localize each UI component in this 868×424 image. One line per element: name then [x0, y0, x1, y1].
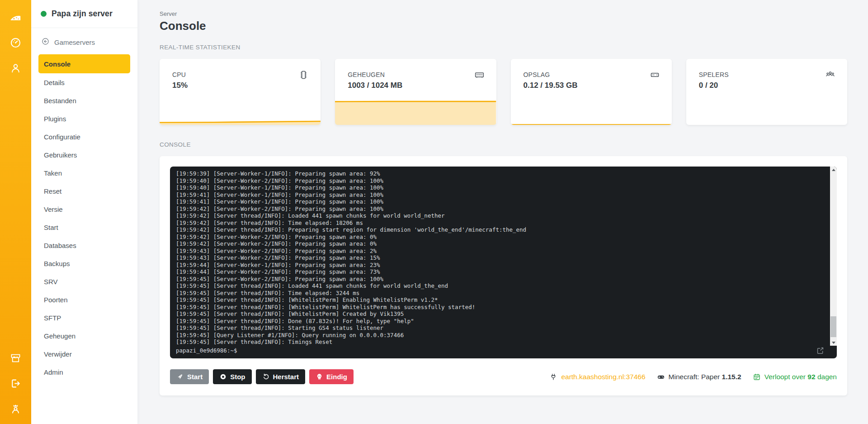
stat-label: OPSLAG: [524, 71, 659, 78]
console-command-input[interactable]: papazi_0e9d6986:~$: [170, 346, 837, 358]
console-panel: [19:59:39] [Server-Worker-1/INFO]: Prepa…: [160, 156, 847, 395]
server-name: Papa zijn server: [52, 9, 113, 19]
cpu-chip-icon: [298, 70, 309, 80]
log-line: [19:59:44] [Server-Worker-2/INFO]: Prepa…: [176, 268, 823, 276]
log-line: [19:59:42] [Server-Worker-2/INFO]: Prepa…: [176, 240, 823, 248]
calendar-icon: [753, 373, 761, 381]
logout-icon[interactable]: [9, 377, 22, 390]
log-line: [19:59:45] [Server thread/INFO]: [Whitel…: [176, 304, 823, 311]
sidebar-item-databases[interactable]: Databases: [38, 236, 130, 254]
rocket-icon: [176, 373, 184, 381]
sidebar-item-details[interactable]: Details: [38, 73, 130, 91]
sidebar-item-verwijder[interactable]: Verwijder: [38, 345, 130, 363]
log-line: [19:59:43] [Server-Worker-2/INFO]: Prepa…: [176, 254, 823, 262]
sidebar: Papa zijn server Gameservers ConsoleDeta…: [31, 0, 137, 424]
sidebar-item-start[interactable]: Start: [38, 218, 130, 236]
sidebar-item-plugins[interactable]: Plugins: [38, 110, 130, 128]
status-text: Minecraft: Paper 1.15.2: [669, 373, 741, 381]
server-address-status[interactable]: earth.kaashosting.nl:37466: [549, 373, 645, 381]
console-section-label: CONSOLE: [160, 141, 847, 148]
button-label: Eindig: [326, 373, 347, 381]
stat-label: SPELERS: [699, 71, 835, 78]
sidebar-item-versie[interactable]: Versie: [38, 200, 130, 218]
log-line: [19:59:42] [Server thread/INFO]: Loaded …: [176, 212, 823, 219]
expiry-status: Verloopt over 92 dagen: [753, 373, 837, 381]
icon-rail: [0, 0, 31, 424]
cheese-logo-icon[interactable]: [9, 11, 22, 24]
stat-label: CPU: [172, 71, 308, 78]
status-text: earth.kaashosting.nl:37466: [561, 373, 645, 381]
sidebar-item-console[interactable]: Console: [38, 54, 130, 73]
admin-users-icon[interactable]: [9, 402, 22, 415]
button-label: Start: [187, 373, 203, 381]
sidebar-item-admin[interactable]: Admin: [38, 363, 130, 381]
log-line: [19:59:39] [Server-Worker-1/INFO]: Prepa…: [176, 170, 823, 177]
stop-circle-icon: [219, 373, 227, 381]
sidebar-item-reset[interactable]: Reset: [38, 182, 130, 200]
server-status-dot: [41, 11, 47, 17]
dashboard-icon[interactable]: [9, 36, 22, 49]
page-title: Console: [160, 19, 847, 33]
sidebar-item-backups[interactable]: Backups: [38, 254, 130, 272]
stop-button[interactable]: Stop: [213, 369, 251, 384]
stat-card-opslag: OPSLAG0.12 / 19.53 GB: [511, 59, 672, 125]
log-line: [19:59:40] [Server-Worker-1/INFO]: Prepa…: [176, 184, 823, 191]
log-line: [19:59:45] [Query Listener #1/INFO]: Que…: [176, 332, 823, 339]
game-version-status: Minecraft: Paper 1.15.2: [657, 373, 741, 381]
sidebar-item-bestanden[interactable]: Bestanden: [38, 91, 130, 110]
button-label: Stop: [230, 373, 245, 381]
sidebar-menu: ConsoleDetailsBestandenPluginsConfigurat…: [31, 54, 137, 381]
sidebar-item-taken[interactable]: Taken: [38, 164, 130, 182]
log-line: [19:59:45] [Server thread/INFO]: [Whitel…: [176, 310, 823, 318]
expand-console-icon[interactable]: [816, 346, 825, 355]
terminal-scrollbar[interactable]: [830, 167, 837, 346]
scrollbar-down-arrow-icon[interactable]: [830, 339, 837, 346]
log-line: [19:59:43] [Server-Worker-2/INFO]: Prepa…: [176, 248, 823, 255]
sidebar-item-srv[interactable]: SRV: [38, 272, 130, 291]
start-button[interactable]: Start: [170, 369, 209, 384]
stat-value: 0.12 / 19.53 GB: [524, 81, 659, 90]
sidebar-item-gebruikers[interactable]: Gebruikers: [38, 146, 130, 164]
log-line: [19:59:42] [Server-Worker-2/INFO]: Prepa…: [176, 233, 823, 241]
terminal-log[interactable]: [19:59:39] [Server-Worker-1/INFO]: Prepa…: [170, 167, 837, 346]
stat-sparkline: [160, 100, 321, 125]
log-line: [19:59:45] [Server thread/INFO]: Done (8…: [176, 318, 823, 325]
herstart-button[interactable]: Herstart: [256, 369, 306, 384]
log-line: [19:59:41] [Server-Worker-1/INFO]: Prepa…: [176, 191, 823, 199]
sidebar-item-geheugen[interactable]: Geheugen: [38, 327, 130, 345]
back-circle-icon: [41, 37, 50, 47]
stat-card-geheugen: GEHEUGEN1003 / 1024 MB: [335, 59, 496, 125]
stat-label: GEHEUGEN: [348, 71, 483, 78]
log-line: [19:59:41] [Server-Worker-1/INFO]: Prepa…: [176, 198, 823, 205]
stat-sparkline: [686, 100, 847, 125]
scrollbar-thumb[interactable]: [830, 316, 836, 337]
back-to-gameservers-link[interactable]: Gameservers: [41, 37, 137, 47]
sidebar-header: Papa zijn server: [31, 0, 137, 28]
stat-card-spelers: SPELERS0 / 20: [686, 59, 847, 125]
sidebar-item-configuratie[interactable]: Configuratie: [38, 128, 130, 146]
log-line: [19:59:45] [Server thread/INFO]: Startin…: [176, 324, 823, 332]
log-line: [19:59:45] [Server thread/INFO]: Timings…: [176, 338, 823, 346]
log-line: [19:59:42] [Server-Worker-2/INFO]: Prepa…: [176, 205, 823, 213]
account-icon[interactable]: [9, 62, 22, 74]
log-line: [19:59:42] [Server thread/INFO]: Prepari…: [176, 226, 823, 233]
shop-icon[interactable]: [9, 352, 22, 364]
sidebar-item-sftp[interactable]: SFTP: [38, 309, 130, 327]
log-line: [19:59:45] [Server thread/INFO]: [Whitel…: [176, 296, 823, 304]
log-line: [19:59:45] [Server thread/INFO]: Loaded …: [176, 282, 823, 290]
stat-card-cpu: CPU15%: [160, 59, 321, 125]
power-buttons: StartStopHerstartEindig: [170, 369, 358, 384]
sidebar-item-poorten[interactable]: Poorten: [38, 291, 130, 309]
stats-row: CPU15% GEHEUGEN1003 / 1024 MB OPSLAG0.12…: [160, 59, 847, 125]
main-content: Server Console REAL-TIME STATISTIEKEN CP…: [137, 0, 868, 424]
stat-value: 1003 / 1024 MB: [348, 81, 483, 90]
gamepad-icon: [657, 373, 665, 381]
button-label: Herstart: [273, 373, 299, 381]
status-text: Verloopt over 92 dagen: [764, 373, 837, 381]
disk-icon: [650, 70, 660, 80]
log-line: [19:59:44] [Server-Worker-1/INFO]: Prepa…: [176, 262, 823, 269]
eindig-button[interactable]: Eindig: [309, 369, 354, 384]
memory-icon: [474, 70, 485, 80]
scrollbar-up-arrow-icon[interactable]: [830, 167, 837, 173]
console-prompt: papazi_0e9d6986:~$: [176, 347, 237, 354]
